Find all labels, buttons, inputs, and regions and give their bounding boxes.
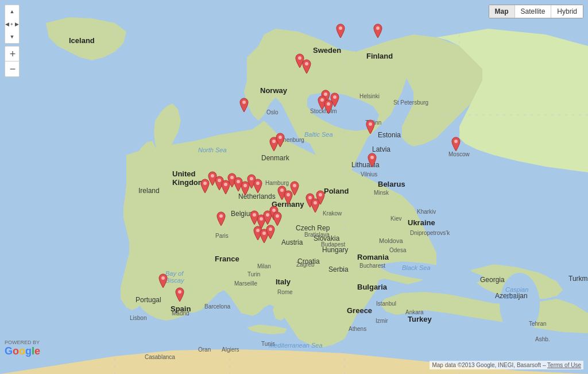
pin-den2[interactable] [274,132,286,148]
svg-point-45 [370,156,374,159]
map-type-control: Map Satellite Hybrid [489,5,583,18]
pin-finland1[interactable] [372,23,384,39]
svg-point-1 [500,273,540,336]
pin-sth3[interactable] [329,92,341,108]
pin-norw[interactable] [238,97,250,113]
svg-point-41 [333,95,336,99]
svg-point-24 [276,214,279,218]
pin-hel[interactable] [365,119,376,135]
svg-point-19 [219,214,223,218]
svg-point-8 [161,276,165,280]
pin-sweden2[interactable] [335,23,346,39]
svg-point-44 [454,140,458,143]
pin-lith[interactable] [366,152,378,168]
map-controls: ▲ ◀ ✦ ▶ ▼ + − [5,5,20,77]
attribution: Map data ©2013 Google, INEGI, Basarsoft … [430,361,583,369]
zoom-in-button[interactable]: + [5,47,20,61]
svg-point-47 [278,136,282,139]
pin-spain[interactable] [174,287,185,303]
svg-point-38 [305,62,308,65]
powered-by-text: POWERED BY [5,340,40,345]
nav-left-button[interactable]: ◀ [5,18,10,30]
pin-uk9[interactable] [252,178,264,194]
nav-down-button[interactable]: ▼ [10,30,15,43]
map-type-hybrid-button[interactable]: Hybrid [551,5,583,18]
nav-up-button[interactable]: ▲ [10,5,15,18]
nav-right-button[interactable]: ▶ [14,18,19,30]
pin-nor2[interactable] [301,59,312,75]
pin-ce3[interactable] [315,190,326,206]
svg-point-43 [369,122,372,126]
map-type-map-button[interactable]: Map [489,5,515,18]
pin-gern3[interactable] [289,180,300,196]
google-logo: Google [5,345,40,358]
map-container: Iceland UnitedKingdom Ireland Norway Swe… [0,0,588,374]
svg-point-42 [242,101,246,104]
zoom-control: + − [5,46,20,77]
pin-portugal[interactable] [157,273,169,289]
svg-point-36 [376,26,380,30]
svg-point-18 [256,182,260,185]
pin-france[interactable] [215,211,227,227]
google-logo-area: POWERED BY Google [5,340,40,358]
svg-point-33 [319,193,322,196]
svg-point-30 [293,184,296,187]
map-type-satellite-button[interactable]: Satellite [515,5,552,18]
pin-swi3[interactable] [265,224,276,240]
svg-point-35 [339,26,342,30]
svg-point-9 [178,290,181,294]
nav-center: ✦ [10,18,15,30]
terms-link[interactable]: Terms of Use [547,362,581,368]
pin-moscow[interactable] [450,136,462,152]
nav-control: ▲ ◀ ✦ ▶ ▼ [5,5,20,44]
svg-point-27 [269,228,272,231]
zoom-out-button[interactable]: − [5,61,20,76]
attribution-text: Map data ©2013 Google, INEGI, Basarsoft [432,362,541,368]
